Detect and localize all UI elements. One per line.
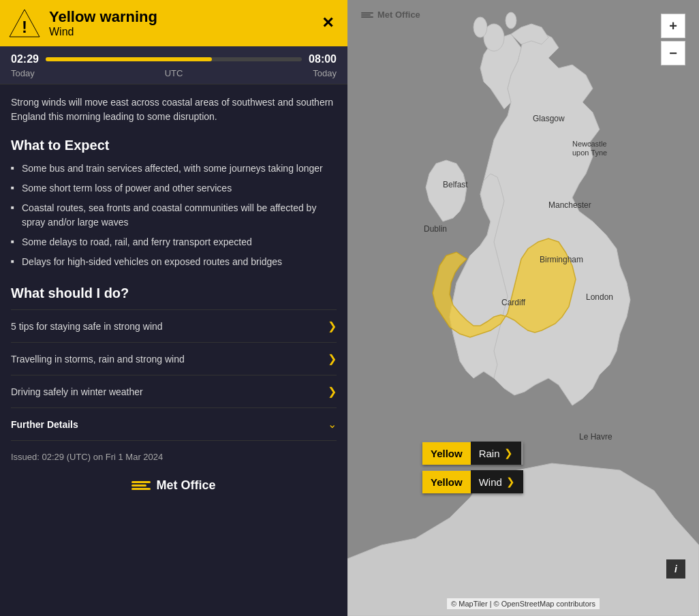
badge-rain-arrow: ❯ [504,447,513,459]
met-logo-waves [131,481,151,490]
warning-title-group: Yellow warning Wind [49,8,308,38]
time-bar: 02:29 08:00 Today UTC Today [0,46,347,84]
uk-map: Glasgow Newcastle upon Tyne Belfast Manc… [347,0,699,616]
met-office-branding: Met Office [11,470,337,506]
svg-text:Cardiff: Cardiff [501,298,526,307]
link-strong-wind[interactable]: 5 tips for staying safe in strong wind ❯ [11,310,337,343]
watermark-wave-1 [361,12,373,14]
map-watermark-text: Met Office [377,10,420,20]
warning-icon: ! [8,7,41,40]
info-button[interactable]: i [666,559,685,579]
badge-dark-wind: Wind ❯ [471,470,523,493]
badge-rain-text: Rain [479,448,500,459]
wave-line-1 [131,481,151,483]
issued-text: Issued: 02:29 (UTC) on Fri 1 Mar 2024 [11,452,337,462]
close-button[interactable]: ✕ [316,12,339,35]
time-start: 02:29 [11,53,39,65]
map-panel: Glasgow Newcastle upon Tyne Belfast Manc… [347,0,699,616]
warning-header: ! Yellow warning Wind ✕ [0,0,347,46]
svg-text:!: ! [22,18,27,36]
map-watermark: Met Office [361,10,420,20]
content-area: Strong winds will move east across coast… [0,84,347,616]
map-controls: + − [661,14,685,65]
badge-yellow-label-wind: Yellow [422,471,471,493]
zoom-out-button[interactable]: − [661,41,685,65]
list-item: Some bus and train services affected, wi… [11,161,337,176]
further-details-toggle[interactable]: Further Details ⌄ [11,408,337,441]
end-date: Today [313,68,337,78]
svg-point-5 [473,17,487,37]
svg-text:Glasgow: Glasgow [533,114,565,123]
yellow-rain-badge[interactable]: Yellow Rain ❯ [422,442,523,465]
zoom-in-button[interactable]: + [661,14,685,38]
wave-line-2 [131,484,146,487]
utc-label: UTC [35,68,313,78]
link-driving-winter-text: Driving safely in winter weather [11,386,143,397]
svg-text:London: London [586,292,613,302]
start-date: Today [11,68,35,78]
warning-subtitle: Wind [49,26,308,38]
what-should-i-do-title: What should I do? [11,286,337,301]
watermark-wave-2 [361,14,371,16]
link-arrow-icon: ❯ [328,352,337,365]
met-office-label: Met Office [156,478,215,493]
warning-title: Yellow warning [49,8,308,26]
yellow-wind-badge[interactable]: Yellow Wind ❯ [422,470,523,493]
list-item: Coastal routes, sea fronts and coastal c… [11,201,337,230]
link-arrow-icon: ❯ [328,320,337,333]
svg-text:Newcastle: Newcastle [572,140,607,148]
badge-yellow-label-rain: Yellow [422,442,471,465]
map-attribution: © MapTiler | © OpenStreetMap contributor… [447,598,600,609]
badge-dark-rain: Rain ❯ [471,442,521,465]
list-item: Delays for high-sided vehicles on expose… [11,255,337,269]
map-watermark-waves [361,12,373,18]
link-driving-winter[interactable]: Driving safely in winter weather ❯ [11,375,337,408]
further-details-label: Further Details [11,419,78,430]
map-container: Glasgow Newcastle upon Tyne Belfast Manc… [347,0,699,616]
warning-description: Strong winds will move east across coast… [11,95,337,124]
links-section: 5 tips for staying safe in strong wind ❯… [11,309,337,441]
list-item: Some short term loss of power and other … [11,181,337,196]
badge-wind-text: Wind [479,476,502,488]
svg-text:upon Tyne: upon Tyne [572,149,607,157]
wave-line-3 [131,488,151,490]
svg-text:Birmingham: Birmingham [540,255,583,264]
expect-list: Some bus and train services affected, wi… [11,161,337,269]
what-to-expect-title: What to Expect [11,138,337,153]
svg-text:Dublin: Dublin [424,224,447,234]
badge-wind-arrow: ❯ [506,476,515,488]
watermark-wave-3 [361,16,373,18]
svg-text:Belfast: Belfast [443,180,468,189]
time-progress-bar [46,57,302,61]
time-progress-fill [46,57,213,61]
warning-badges: Yellow Rain ❯ Yellow Wind ❯ [422,442,523,493]
link-storms-rain-text: Travelling in storms, rain and strong wi… [11,354,185,365]
time-end: 08:00 [309,53,337,65]
further-details-arrow: ⌄ [328,418,337,431]
svg-point-6 [506,12,516,29]
link-storms-rain[interactable]: Travelling in storms, rain and strong wi… [11,343,337,375]
svg-text:Le Havre: Le Havre [579,432,612,442]
svg-text:Manchester: Manchester [548,200,591,210]
link-arrow-icon: ❯ [328,385,337,398]
list-item: Some delays to road, rail, and ferry tra… [11,235,337,249]
link-strong-wind-text: 5 tips for staying safe in strong wind [11,321,163,332]
left-panel: ! Yellow warning Wind ✕ 02:29 08:00 Toda… [0,0,347,616]
